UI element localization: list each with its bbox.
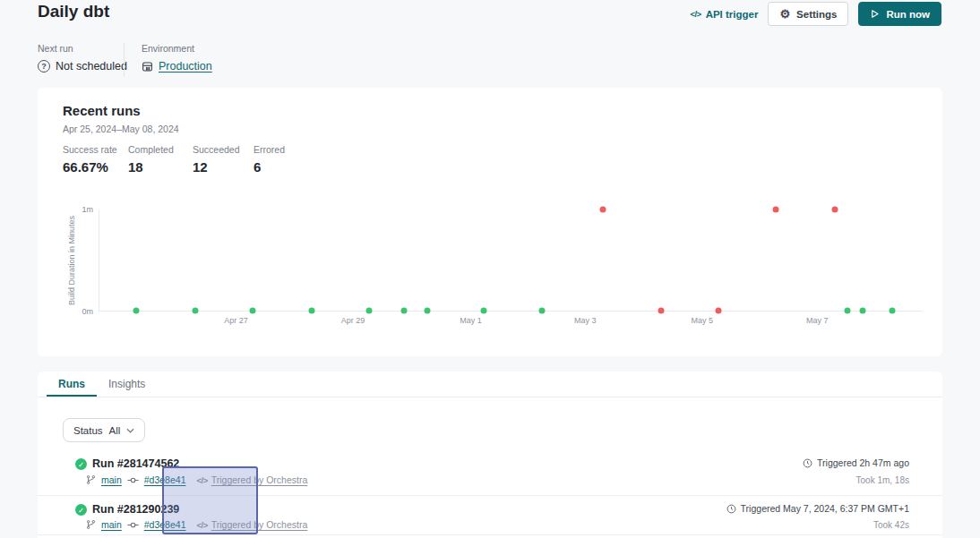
run-dot-errored[interactable]	[658, 308, 664, 314]
run-dot-succeeded[interactable]	[845, 308, 851, 314]
job-page: Daily dbt </> API trigger ⚙ Settings Run…	[0, 0, 980, 538]
run-dot-errored[interactable]	[599, 207, 606, 213]
tab-insights[interactable]: Insights	[97, 371, 157, 397]
run-dot-succeeded[interactable]	[401, 308, 408, 314]
chart-y-axis-label: Build Duration in Minutes	[67, 216, 76, 305]
run-dot-succeeded[interactable]	[133, 308, 140, 314]
chart-xtick: Apr 27	[224, 316, 248, 325]
run-dot-succeeded[interactable]	[424, 308, 430, 314]
question-circle-icon	[38, 60, 50, 73]
stat-errored: Errored 6	[254, 144, 285, 175]
chart-xtick: May 3	[574, 316, 597, 325]
success-check-icon	[75, 504, 87, 516]
stat-succeeded: Succeeded 12	[193, 144, 240, 175]
environment-value: Production	[142, 60, 212, 73]
build-duration-chart: Apr 27Apr 29May 1May 3May 5May 7	[99, 209, 923, 312]
tab-runs[interactable]: Runs	[47, 371, 97, 397]
highlight-overlay	[162, 466, 258, 534]
next-run-label: Next run	[38, 43, 73, 54]
environment-link[interactable]: Production	[159, 60, 212, 73]
next-run-text: Not scheduled	[56, 60, 127, 73]
recent-runs-date-range: Apr 25, 2024–May 08, 2024	[63, 124, 179, 134]
run-now-label: Run now	[886, 9, 930, 20]
run-dot-succeeded[interactable]	[889, 308, 895, 314]
runs-tabbar: Runs Insights	[38, 371, 942, 397]
settings-button[interactable]: ⚙ Settings	[768, 2, 848, 26]
environment-label: Environment	[142, 43, 194, 54]
page-title: Daily dbt	[38, 2, 109, 21]
git-commit-icon	[127, 521, 139, 529]
code-icon: </>	[690, 9, 701, 19]
chevron-down-icon	[126, 428, 134, 433]
git-branch-icon	[86, 474, 96, 485]
chart-xtick: May 7	[806, 316, 829, 325]
branch-link[interactable]: main	[101, 474, 122, 485]
chart-ytick-0m: 0m	[70, 307, 93, 316]
run-dot-errored[interactable]	[716, 308, 722, 314]
chart-xtick: Apr 29	[341, 316, 365, 325]
run-now-button[interactable]: Run now	[858, 2, 941, 26]
run-dot-succeeded[interactable]	[249, 308, 255, 314]
run-dot-errored[interactable]	[773, 207, 779, 213]
status-filter-value: All	[109, 425, 121, 436]
meta-divider	[124, 43, 125, 77]
run-dot-succeeded[interactable]	[192, 308, 198, 314]
next-run-value: Not scheduled	[38, 60, 127, 73]
run-dot-succeeded[interactable]	[859, 308, 865, 314]
chart-xtick: May 1	[460, 316, 482, 325]
header-actions: </> API trigger ⚙ Settings Run now	[690, 2, 941, 26]
git-branch-icon	[86, 519, 96, 530]
clock-icon	[726, 504, 736, 514]
success-check-icon	[75, 458, 87, 470]
recent-runs-card: Recent runs Apr 25, 2024–May 08, 2024 Su…	[38, 88, 942, 356]
chart-xtick: May 5	[691, 316, 713, 325]
run-dot-succeeded[interactable]	[365, 308, 372, 314]
run-dot-errored[interactable]	[831, 207, 838, 213]
api-trigger-label: API trigger	[706, 9, 759, 20]
run-duration: Took 42s	[873, 520, 909, 530]
run-dot-succeeded[interactable]	[309, 308, 315, 314]
recent-runs-title: Recent runs	[63, 103, 141, 118]
clock-icon	[803, 458, 812, 468]
run-triggered-time: Triggered 2h 47m ago	[803, 457, 909, 468]
run-dot-succeeded[interactable]	[539, 308, 546, 314]
stat-success-rate: Success rate 66.67%	[63, 144, 117, 175]
settings-label: Settings	[796, 9, 837, 20]
api-trigger-link[interactable]: </> API trigger	[690, 9, 758, 20]
run-duration: Took 1m, 18s	[856, 475, 909, 485]
run-triggered-time: Triggered May 7, 2024, 6:37 PM GMT+1	[726, 503, 909, 514]
status-filter-label: Status	[73, 425, 103, 436]
database-icon	[142, 61, 153, 73]
status-filter-dropdown[interactable]: Status All	[63, 418, 145, 442]
git-commit-icon	[127, 476, 139, 484]
stat-completed: Completed 18	[128, 144, 174, 175]
branch-link[interactable]: main	[101, 519, 122, 530]
run-dot-succeeded[interactable]	[481, 308, 487, 314]
chart-ytick-1m: 1m	[70, 205, 93, 214]
gear-icon: ⚙	[779, 8, 790, 20]
play-icon	[870, 9, 880, 19]
